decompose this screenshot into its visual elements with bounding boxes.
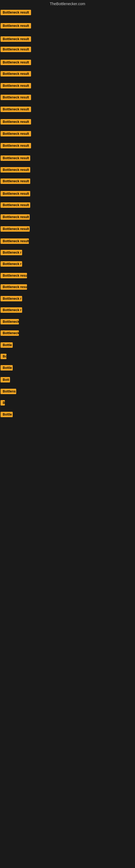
bottleneck-badge[interactable]: Bottle [1, 342, 13, 348]
bottleneck-badge[interactable]: Bottleneck result [1, 155, 30, 161]
bottleneck-badge-container: Bottleneck result [1, 226, 30, 233]
bottleneck-badge-container: Bottleneck r [1, 296, 22, 303]
bottleneck-badge[interactable]: Bottleneck result [1, 95, 31, 100]
bottleneck-badge-container: Bottle [1, 412, 13, 418]
bottleneck-badge[interactable]: Bottleneck result [1, 226, 30, 231]
bottleneck-badge-container: Bottleneck result [1, 36, 31, 43]
bottleneck-badge[interactable]: Bottleneck resu [1, 284, 27, 290]
bottleneck-badge-container: Bottleneck result [1, 179, 30, 185]
bottleneck-badge-container: Bott [1, 377, 10, 383]
bottleneck-badge[interactable]: Bott [1, 377, 10, 382]
bottleneck-badge[interactable]: Bottleneck result [1, 167, 30, 173]
bottleneck-badge[interactable]: Bottleneck r [1, 250, 22, 255]
bottleneck-badge[interactable]: Bottleneck result [1, 214, 30, 220]
bottleneck-badge-container: Bottleneck [1, 330, 19, 337]
bottleneck-badge-container: Bottleneck result [1, 95, 31, 101]
bottleneck-badge[interactable]: Bottleneck result [1, 23, 31, 29]
bottleneck-badge-container: Bo [1, 354, 6, 360]
bottleneck-badge[interactable]: Bottlens [1, 389, 16, 394]
bottleneck-badge[interactable]: Bottleneck r [1, 261, 22, 267]
bottleneck-badge[interactable]: Bottleneck [1, 319, 19, 324]
bottleneck-badge[interactable]: Bottleneck result [1, 60, 31, 65]
bottleneck-badge[interactable]: Bo [1, 354, 6, 359]
bottleneck-badge[interactable]: Bottleneck result [1, 10, 31, 15]
bottleneck-badge[interactable]: Bottleneck result [1, 46, 31, 52]
bottleneck-badge-container: Bottleneck result [1, 60, 31, 66]
bottleneck-badge-container: Bottleneck resu [1, 284, 27, 291]
bottleneck-badge[interactable]: Bottle [1, 412, 13, 417]
bottleneck-badge-container: Bottle [1, 342, 13, 349]
bottleneck-badge-container: Bottleneck result [1, 191, 30, 197]
site-title: TheBottlenecker.com [0, 0, 135, 8]
bottleneck-badge[interactable]: Bottleneck result [1, 239, 29, 244]
bottleneck-badge-container: Bottleneck [1, 319, 19, 326]
bottleneck-badge[interactable]: Bottleneck resu [1, 273, 27, 278]
bottleneck-badge-container: Bottlens [1, 389, 16, 395]
bottleneck-badge-container: Bottleneck result [1, 106, 31, 113]
bottleneck-badge[interactable]: Bottle [1, 365, 13, 371]
bottleneck-badge-container: Bottleneck result [1, 155, 30, 162]
bottleneck-badge-container: Bottleneck result [1, 46, 31, 53]
bottleneck-badge[interactable]: Bottleneck result [1, 203, 30, 208]
bottleneck-badge-container: Bottleneck result [1, 131, 31, 137]
bottleneck-badge[interactable]: Bottleneck result [1, 131, 31, 136]
bottleneck-badge-container: B [1, 400, 5, 407]
bottleneck-badge-container: Bottleneck result [1, 23, 31, 30]
bottleneck-badge-container: Bottleneck result [1, 143, 31, 150]
bottleneck-badge[interactable]: Bottleneck result [1, 83, 31, 88]
bottleneck-badge[interactable]: Bottleneck r [1, 296, 22, 301]
bottleneck-badge-container: Bottleneck result [1, 203, 30, 209]
bottleneck-badge[interactable]: Bottleneck result [1, 191, 30, 196]
bottleneck-badge[interactable]: Bottleneck result [1, 106, 31, 112]
bottleneck-badge-container: Bottleneck result [1, 83, 31, 90]
bottleneck-badge[interactable]: Bottleneck result [1, 71, 31, 76]
bottleneck-badge[interactable]: Bottleneck [1, 330, 19, 336]
bottleneck-badge[interactable]: B [1, 400, 5, 405]
bottleneck-badge-container: Bottleneck r [1, 307, 22, 314]
bottleneck-badge[interactable]: Bottleneck result [1, 119, 31, 124]
bottleneck-badge-container: Bottleneck result [1, 239, 29, 245]
bottleneck-badge-container: Bottleneck result [1, 119, 31, 126]
bottleneck-badge-container: Bottleneck result [1, 167, 30, 174]
bottleneck-badge[interactable]: Bottleneck result [1, 36, 31, 42]
bottleneck-badge-container: Bottleneck result [1, 71, 31, 78]
bottleneck-badge-container: Bottle [1, 365, 13, 372]
bottleneck-badge[interactable]: Bottleneck result [1, 143, 31, 148]
bottleneck-badge[interactable]: Bottleneck result [1, 179, 30, 184]
bottleneck-badge-container: Bottleneck r [1, 250, 22, 256]
bottleneck-badge[interactable]: Bottleneck r [1, 307, 22, 313]
bottleneck-badge-container: Bottleneck result [1, 214, 30, 221]
bottleneck-badge-container: Bottleneck r [1, 261, 22, 268]
bottleneck-badge-container: Bottleneck resu [1, 273, 27, 279]
bottleneck-badge-container: Bottleneck result [1, 10, 31, 16]
